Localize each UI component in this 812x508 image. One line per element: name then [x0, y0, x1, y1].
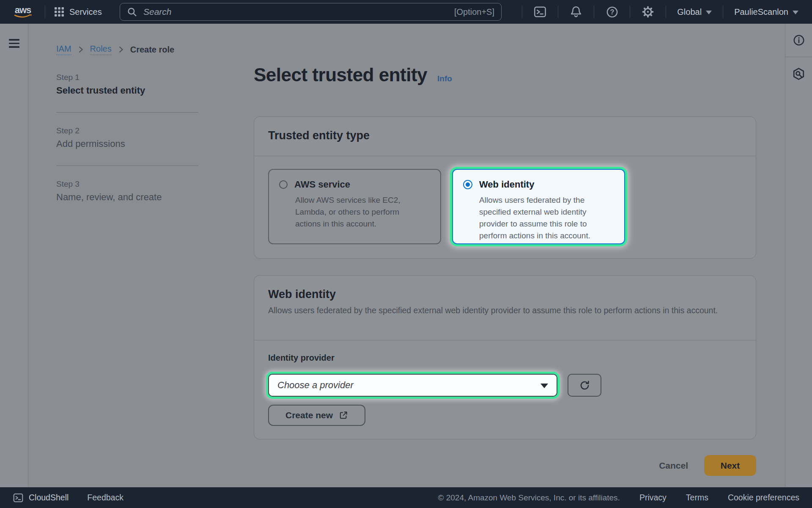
global-search[interactable]: [Option+S] [120, 3, 502, 21]
step-label: Select trusted entity [56, 85, 198, 96]
wizard-actions: Cancel Next [254, 455, 756, 476]
step-number: Step 1 [56, 73, 198, 82]
option-description: Allows users federated by the specified … [479, 194, 603, 242]
aws-logo[interactable]: aws [12, 5, 34, 19]
notifications-button[interactable] [558, 0, 594, 24]
resources-panel-button[interactable] [785, 57, 812, 90]
web-identity-card: Web identity Allows users federated by t… [254, 275, 756, 439]
caret-down-icon [540, 384, 548, 388]
search-shortcut-hint: [Option+S] [454, 7, 494, 17]
settings-button[interactable] [630, 0, 666, 24]
identity-provider-label: Identity provider [268, 353, 742, 363]
create-new-provider-button[interactable]: Create new [268, 405, 365, 426]
cookie-preferences-link[interactable]: Cookie preferences [728, 493, 799, 502]
region-label: Global [677, 7, 702, 17]
caret-down-icon [706, 11, 712, 14]
page-title: Select trusted entity [254, 64, 427, 86]
privacy-link[interactable]: Privacy [639, 493, 667, 502]
option-description: Allow AWS services like EC2, Lambda, or … [295, 194, 419, 230]
open-side-navigation-button[interactable] [9, 39, 19, 50]
card-description: Allows users federated by the specified … [268, 304, 723, 317]
divider [56, 112, 198, 113]
next-button[interactable]: Next [704, 455, 756, 476]
create-new-label: Create new [285, 410, 333, 420]
wizard-step-3[interactable]: Step 3 Name, review, and create [56, 179, 198, 203]
radio-button-checked[interactable] [463, 180, 472, 189]
entity-option-web-identity[interactable]: Web identity Allows users federated by t… [452, 169, 625, 244]
search-input[interactable] [143, 6, 454, 17]
user-label: PaulieScanlon [734, 7, 788, 17]
divider [56, 166, 198, 166]
left-navigation-rail [0, 24, 28, 487]
radio-button-unchecked[interactable] [279, 180, 288, 189]
caret-down-icon [793, 11, 798, 14]
card-header: Web identity Allows users federated by t… [254, 276, 756, 340]
right-tools-rail [785, 24, 812, 487]
cancel-button[interactable]: Cancel [659, 461, 688, 471]
aws-console-screen: aws Services [Option+S] [0, 0, 812, 508]
cloudshell-button[interactable] [522, 0, 558, 24]
top-navigation-bar: aws Services [Option+S] [0, 0, 812, 24]
step-label: Add permissions [56, 138, 198, 149]
step-number: Step 2 [56, 126, 198, 135]
user-menu[interactable]: PaulieScanlon [723, 0, 812, 24]
wizard-step-2[interactable]: Step 2 Add permissions [56, 126, 198, 149]
cloudshell-label: CloudShell [29, 493, 69, 502]
divider [45, 6, 45, 18]
card-title: Trusted entity type [268, 129, 742, 142]
trusted-entity-type-card: Trusted entity type AWS service Allow AW… [254, 116, 756, 259]
step-label: Name, review, and create [56, 192, 198, 203]
cloudshell-footer-button[interactable]: CloudShell [13, 492, 69, 503]
select-placeholder: Choose a provider [277, 380, 354, 391]
console-footer: CloudShell Feedback © 2024, Amazon Web S… [0, 487, 812, 508]
svg-text:aws: aws [15, 5, 31, 15]
refresh-providers-button[interactable] [568, 374, 601, 397]
copyright-text: © 2024, Amazon Web Services, Inc. or its… [438, 493, 620, 502]
breadcrumb-link-iam[interactable]: IAM [56, 44, 71, 55]
chevron-right-icon [78, 46, 83, 53]
region-selector[interactable]: Global [666, 0, 723, 24]
card-header: Trusted entity type [254, 117, 756, 156]
terms-link[interactable]: Terms [686, 493, 708, 502]
identity-provider-select[interactable]: Choose a provider [268, 374, 557, 397]
search-icon [127, 7, 137, 17]
breadcrumb: IAM Roles Create role [56, 44, 174, 55]
services-label: Services [69, 7, 102, 17]
chevron-right-icon [118, 46, 123, 53]
external-link-icon [339, 411, 348, 420]
breadcrumb-current: Create role [130, 45, 175, 55]
wizard-step-1[interactable]: Step 1 Select trusted entity [56, 73, 198, 96]
breadcrumb-link-roles[interactable]: Roles [90, 44, 112, 55]
help-button[interactable]: ? [594, 0, 630, 24]
info-panel-button[interactable] [785, 24, 812, 57]
option-label: Web identity [479, 179, 534, 190]
step-number: Step 3 [56, 179, 198, 189]
option-label: AWS service [294, 179, 350, 190]
services-menu-button[interactable]: Services [54, 0, 102, 24]
svg-text:?: ? [610, 8, 614, 16]
info-link[interactable]: Info [437, 74, 452, 83]
entity-option-aws-service[interactable]: AWS service Allow AWS services like EC2,… [268, 169, 441, 244]
services-grid-icon [54, 7, 64, 17]
cloudshell-terminal-icon [13, 492, 24, 503]
card-title: Web identity [268, 288, 742, 301]
feedback-button[interactable]: Feedback [87, 493, 123, 502]
wizard-steps-nav: Step 1 Select trusted entity Step 2 Add … [56, 73, 198, 203]
